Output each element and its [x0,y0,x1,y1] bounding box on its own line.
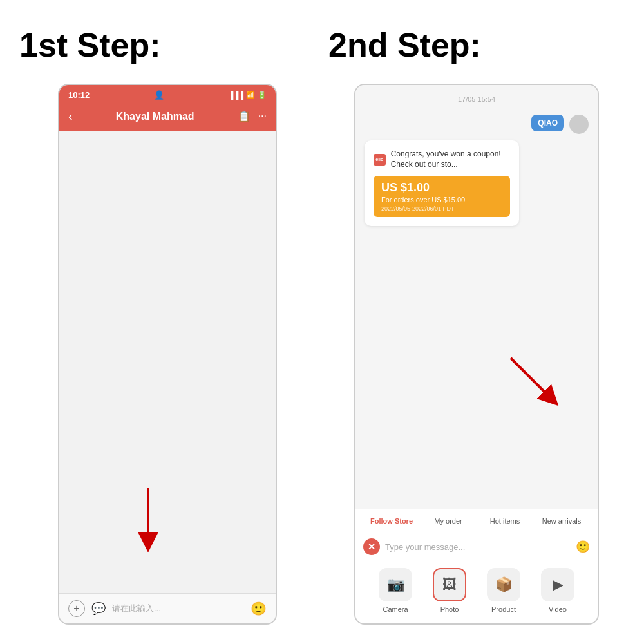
plus-button[interactable]: + [68,600,85,617]
coupon-amount-box: US $1.00 For orders over US $15.00 2022/… [374,176,510,217]
step2-phone: 17/05 15:54 QIAO ello Congrats, you've w… [354,84,599,625]
camera-icon: 📷 [379,568,412,601]
page: 1st Step: 10:12 👤 ▐▐▐ 📶 🔋 ‹ Khayal Mahma… [0,0,644,644]
step2-title: 2nd Step: [328,26,481,64]
video-icon: ▶ [541,568,574,601]
person-icon: 👤 [154,90,164,100]
time-display: 10:12 [68,90,90,100]
store-logo-text: ello [375,157,383,162]
header-icons: 📋 ··· [238,110,267,122]
emoji-button[interactable]: 🙂 [251,601,267,616]
coupon-message-row: ello Congrats, you've won a coupon! Chec… [365,140,589,226]
back-button[interactable]: ‹ [68,109,73,124]
step2-arrow [507,355,559,409]
video-button[interactable]: ▶ Video [541,568,574,613]
video-label: Video [549,605,567,613]
qiao-badge: QIAO [531,115,564,131]
message-input[interactable]: 请在此输入... [112,603,244,614]
coupon-header: ello Congrats, you've won a coupon! Chec… [374,149,510,169]
tab-new-arrivals[interactable]: New arrivals [533,515,590,527]
signal-icon: ▐▐▐ [229,91,243,99]
photo-button[interactable]: 🖼 Photo [433,568,466,613]
coupon-amount: US $1.00 [381,181,502,194]
product-icon: 📦 [487,568,520,601]
wifi-icon: 📶 [246,91,255,99]
message-input-row: ✕ Type your message... 🙂 [355,533,598,560]
step2-chat-area: 17/05 15:54 QIAO ello Congrats, you've w… [355,85,598,509]
outgoing-message-row: QIAO [365,115,589,134]
tab-my-order[interactable]: My order [420,515,477,527]
coupon-card: ello Congrats, you've won a coupon! Chec… [365,140,519,226]
step1-column: 1st Step: 10:12 👤 ▐▐▐ 📶 🔋 ‹ Khayal Mahma… [19,26,316,625]
statusbar: 10:12 👤 ▐▐▐ 📶 🔋 [59,85,276,102]
step1-phone: 10:12 👤 ▐▐▐ 📶 🔋 ‹ Khayal Mahmad 📋 ··· [58,84,277,625]
more-icon[interactable]: ··· [258,110,267,122]
store-logo: ello [374,154,386,166]
emoji-button[interactable]: 🙂 [576,540,590,554]
product-button[interactable]: 📦 Product [487,568,520,613]
quick-tabs: Follow Store My order Hot items New arri… [355,509,598,533]
message-timestamp: 17/05 15:54 [365,95,589,103]
coupon-min-order: For orders over US $15.00 [381,196,502,204]
media-buttons: 📷 Camera 🖼 Photo 📦 Product ▶ Video [355,560,598,623]
tab-follow-store[interactable]: Follow Store [363,515,420,527]
close-button[interactable]: ✕ [363,538,380,555]
step1-title: 1st Step: [19,26,161,64]
battery-icon: 🔋 [258,91,267,99]
step2-column: 2nd Step: 17/05 15:54 QIAO ello [328,26,625,625]
chat-bubble-button[interactable]: 💬 [91,601,106,616]
input-bar[interactable]: + 💬 请在此输入... 🙂 [59,593,276,623]
coupon-validity: 2022/05/05-2022/06/01 PDT [381,205,502,212]
step1-arrow [129,488,167,554]
camera-button[interactable]: 📷 Camera [379,568,412,613]
svg-line-3 [511,358,551,399]
clipboard-icon[interactable]: 📋 [238,110,251,122]
photo-icon: 🖼 [433,568,466,601]
chat-header: ‹ Khayal Mahmad 📋 ··· [59,102,276,131]
message-input[interactable]: Type your message... [385,542,571,552]
contact-name: Khayal Mahmad [116,111,194,122]
photo-label: Photo [440,605,459,613]
user-avatar [569,115,589,134]
coupon-message-text: Congrats, you've won a coupon! Check out… [391,149,510,169]
tab-hot-items[interactable]: Hot items [477,515,533,527]
chat-area [59,131,276,593]
status-icons: ▐▐▐ 📶 🔋 [229,91,267,99]
camera-label: Camera [383,605,408,613]
product-label: Product [491,605,516,613]
